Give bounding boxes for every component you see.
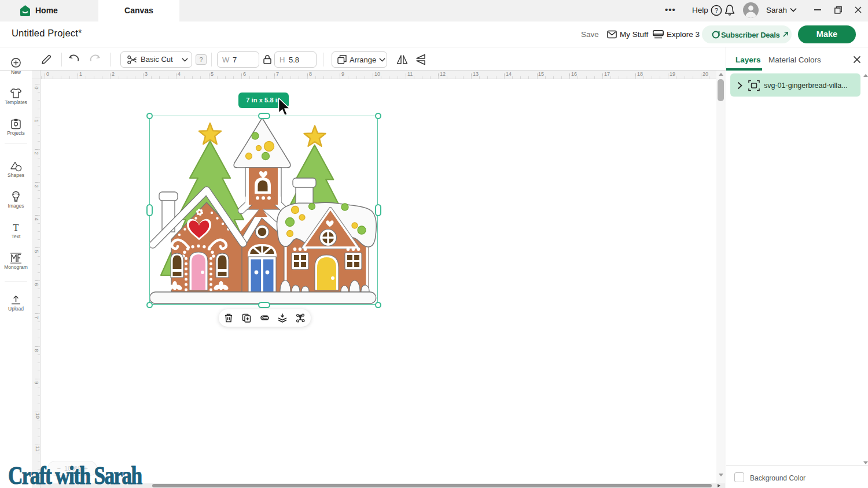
svg-text:?: ? xyxy=(715,7,718,14)
